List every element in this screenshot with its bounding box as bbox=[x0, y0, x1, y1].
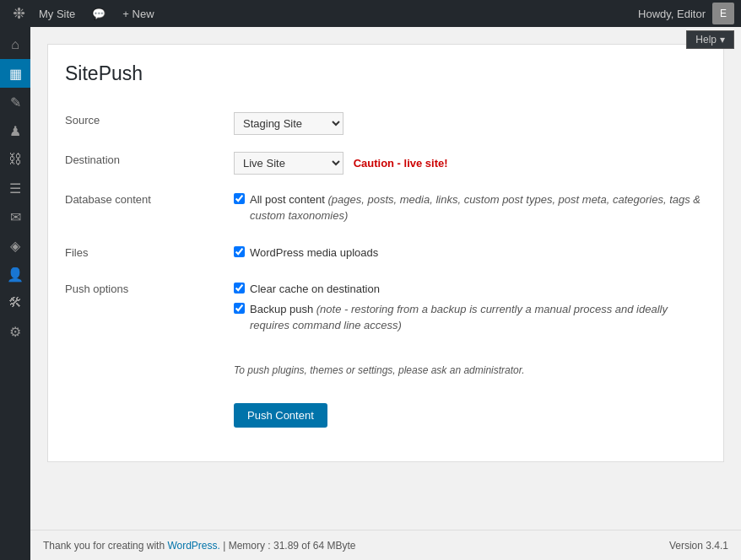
caution-text: Caution - live site! bbox=[354, 157, 448, 170]
database-field: All post content (pages, posts, media, l… bbox=[234, 183, 706, 236]
backup-checkbox-row: Backup push (note - restoring from a bac… bbox=[234, 301, 706, 334]
new-label: + New bbox=[122, 8, 154, 20]
admin-bar: ❉ My Site 💬 + New Howdy, Editor E bbox=[0, 0, 741, 27]
backup-label: Backup push (note - restoring from a bac… bbox=[250, 301, 706, 334]
footer: Thank you for creating with WordPress. |… bbox=[30, 530, 741, 560]
tools-icon: 🛠 bbox=[8, 295, 22, 310]
source-select[interactable]: Staging Site Live Site bbox=[234, 112, 343, 135]
sidebar-item-users[interactable]: 👤 bbox=[0, 260, 30, 288]
footer-version: Version 3.4.1 bbox=[669, 540, 728, 552]
files-label: Files bbox=[65, 236, 234, 273]
files-checkbox-row: WordPress media uploads bbox=[234, 245, 706, 261]
comments-icon: ✉ bbox=[10, 209, 21, 225]
dashboard-icon: ▦ bbox=[9, 66, 22, 82]
push-button-empty bbox=[65, 386, 234, 436]
sidebar-item-settings[interactable]: ⚙ bbox=[0, 317, 30, 346]
sidebar-item-tools[interactable]: 🛠 bbox=[0, 288, 30, 317]
my-site-link[interactable]: My Site bbox=[30, 0, 84, 27]
footer-memory: | Memory : 31.89 of 64 MByte bbox=[220, 540, 356, 552]
sidebar-item-comments[interactable]: ✉ bbox=[0, 202, 30, 231]
home-icon: ⌂ bbox=[11, 37, 19, 52]
sidebar-item-dashboard[interactable]: ▦ bbox=[0, 59, 30, 88]
new-content-link[interactable]: + New bbox=[114, 0, 162, 27]
sidebar-item-appearance[interactable]: ◈ bbox=[0, 231, 30, 260]
files-checkbox-label: WordPress media uploads bbox=[250, 245, 378, 261]
note-row: To push plugins, themes or settings, ple… bbox=[65, 346, 706, 386]
help-bar: Help ▾ bbox=[679, 27, 741, 52]
database-row: Database content All post content (pages… bbox=[65, 183, 706, 236]
pages-icon: ☰ bbox=[9, 180, 21, 197]
avatar: E bbox=[712, 3, 734, 24]
database-checkbox-label: All post content (pages, posts, media, l… bbox=[250, 191, 706, 224]
push-content-button[interactable]: Push Content bbox=[234, 403, 327, 428]
settings-icon: ⚙ bbox=[9, 324, 21, 340]
push-options-field: Clear cache on destination Backup push (… bbox=[234, 272, 706, 346]
sidebar-item-groups[interactable]: ♟ bbox=[0, 116, 30, 145]
links-icon: ⛓ bbox=[8, 152, 22, 167]
database-checkbox-row: All post content (pages, posts, media, l… bbox=[234, 191, 706, 224]
main-content: SitePush Source Staging Site Live Site D… bbox=[30, 27, 741, 560]
sidebar-item-posts[interactable]: ✎ bbox=[0, 88, 30, 116]
groups-icon: ♟ bbox=[9, 123, 21, 139]
source-row: Source Staging Site Live Site bbox=[65, 104, 706, 143]
note-empty bbox=[65, 346, 234, 386]
backup-checkbox[interactable] bbox=[234, 303, 245, 314]
sidebar-item-pages[interactable]: ☰ bbox=[0, 174, 30, 202]
admin-bar-right: Howdy, Editor E bbox=[631, 3, 734, 24]
source-field: Staging Site Live Site bbox=[234, 104, 706, 143]
footer-thank-you: Thank you for creating with bbox=[43, 540, 167, 552]
database-checkbox[interactable] bbox=[234, 193, 245, 204]
push-button-row: Push Content bbox=[65, 386, 706, 436]
help-button[interactable]: Help ▾ bbox=[686, 30, 734, 49]
wp-logo-icon: ❉ bbox=[13, 4, 25, 23]
help-chevron-icon: ▾ bbox=[720, 34, 725, 46]
destination-label: Destination bbox=[65, 143, 234, 183]
wp-logo[interactable]: ❉ bbox=[7, 0, 30, 27]
form-table: Source Staging Site Live Site Destinatio… bbox=[65, 104, 706, 436]
comments-link[interactable]: 💬 bbox=[84, 0, 114, 27]
note-field: To push plugins, themes or settings, ple… bbox=[234, 346, 706, 386]
howdy-text: Howdy, Editor bbox=[631, 8, 712, 20]
files-field: WordPress media uploads bbox=[234, 236, 706, 273]
clear-cache-label: Clear cache on destination bbox=[250, 281, 380, 298]
clear-cache-checkbox-row: Clear cache on destination bbox=[234, 281, 706, 298]
note-text: To push plugins, themes or settings, ple… bbox=[234, 363, 706, 378]
footer-right: Version 3.4.1 bbox=[669, 540, 728, 552]
backup-label-main: Backup push bbox=[250, 303, 316, 315]
push-options-row: Push options Clear cache on destination … bbox=[65, 272, 706, 346]
wordpress-link[interactable]: WordPress. bbox=[167, 540, 219, 552]
files-row: Files WordPress media uploads bbox=[65, 236, 706, 273]
files-checkbox[interactable] bbox=[234, 246, 245, 257]
posts-icon: ✎ bbox=[10, 94, 21, 110]
push-options-label: Push options bbox=[65, 272, 234, 346]
my-site-label: My Site bbox=[39, 8, 75, 20]
sidebar-item-home[interactable]: ⌂ bbox=[0, 30, 30, 59]
destination-field: Live Site Staging Site Caution - live si… bbox=[234, 143, 706, 183]
appearance-icon: ◈ bbox=[10, 238, 20, 254]
database-label: Database content bbox=[65, 183, 234, 236]
clear-cache-checkbox[interactable] bbox=[234, 283, 245, 293]
content-area: SitePush Source Staging Site Live Site D… bbox=[47, 44, 724, 462]
source-label: Source bbox=[65, 104, 234, 143]
page-title: SitePush bbox=[65, 62, 706, 87]
sidebar-item-links[interactable]: ⛓ bbox=[0, 145, 30, 174]
comments-icon: 💬 bbox=[92, 8, 105, 20]
help-label: Help bbox=[695, 34, 717, 46]
destination-row: Destination Live Site Staging Site Cauti… bbox=[65, 143, 706, 183]
push-button-field: Push Content bbox=[234, 386, 706, 436]
database-label-main: All post content bbox=[250, 193, 328, 206]
footer-left: Thank you for creating with WordPress. |… bbox=[43, 540, 355, 552]
sidebar: ⌂ ▦ ✎ ♟ ⛓ ☰ ✉ ◈ 👤 🛠 ⚙ bbox=[0, 27, 30, 560]
destination-select[interactable]: Live Site Staging Site bbox=[234, 152, 343, 175]
users-icon: 👤 bbox=[7, 267, 24, 283]
